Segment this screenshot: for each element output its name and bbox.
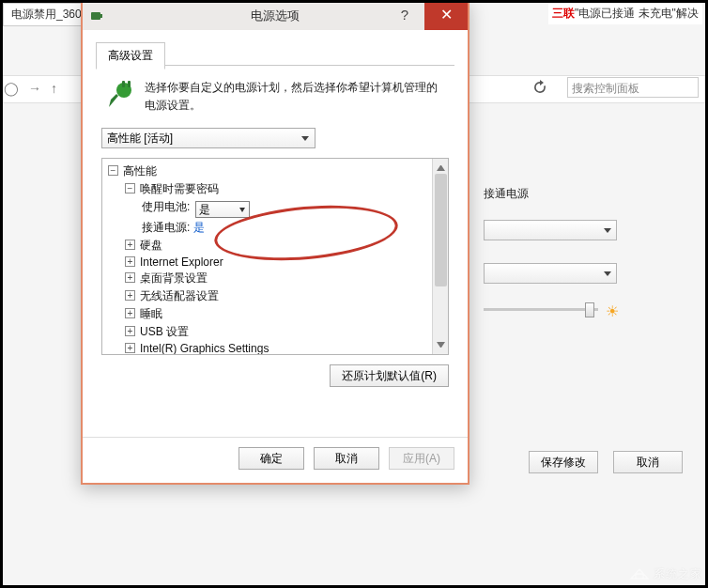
sun-icon: ☀ [606, 302, 619, 320]
plugged-value-link[interactable]: 是 [193, 221, 205, 234]
tree-label: 睡眠 [140, 307, 162, 320]
refresh-icon[interactable] [531, 79, 548, 96]
watermark-text: 系统之家 [654, 567, 702, 580]
tree-item-wake-password[interactable]: −唤醒时需要密码 [104, 180, 430, 198]
scroll-up-icon[interactable] [437, 162, 445, 171]
nav-buttons: ◯ → ↑ [4, 81, 57, 96]
collapse-icon[interactable]: − [108, 165, 118, 176]
settings-tree: −高性能 −唤醒时需要密码 使用电池: 是 接通电源: 是 +硬盘 +Inter… [101, 158, 449, 355]
watermark-logo-icon [629, 564, 650, 580]
expand-icon[interactable]: + [125, 326, 135, 336]
expand-icon[interactable]: + [125, 240, 135, 250]
plan-select[interactable]: 高性能 [活动] [101, 128, 449, 148]
description-row: 选择你要自定义的电源计划，然后选择你希望计算机管理的电源设置。 [103, 79, 447, 115]
bg-dropdown-2[interactable] [484, 263, 617, 284]
bg-save-button[interactable]: 保存修改 [529, 451, 598, 473]
dialog-separator [83, 437, 468, 438]
tree-item-graphics[interactable]: +Intel(R) Graphics Settings [104, 341, 430, 354]
back-icon[interactable]: ◯ [4, 81, 19, 96]
tree-scrollbar[interactable] [432, 159, 448, 354]
dialog-body: 高级设置 选择你要自定义的电源计划，然后选择你希望计算机管理的电源设置。 高性能… [83, 30, 468, 400]
bg-cancel-button[interactable]: 取消 [613, 451, 683, 473]
watermark: 系统之家 [629, 564, 702, 582]
tree-item-on-battery[interactable]: 使用电池: 是 [104, 198, 430, 219]
expand-icon[interactable]: + [125, 308, 135, 318]
tab-advanced[interactable]: 高级设置 [96, 42, 165, 70]
bg-plugged-label: 接通电源 [484, 186, 529, 202]
scrollbar-thumb[interactable] [435, 174, 447, 286]
tree-item-hdd[interactable]: +硬盘 [104, 237, 430, 255]
tree-label: USB 设置 [140, 325, 189, 338]
power-plan-icon [103, 79, 137, 113]
description-text: 选择你要自定义的电源计划，然后选择你希望计算机管理的电源设置。 [145, 79, 447, 115]
tree-item-desktop-bg[interactable]: +桌面背景设置 [104, 270, 430, 287]
restore-defaults-button[interactable]: 还原计划默认值(R) [330, 364, 449, 387]
tree-item-sleep[interactable]: +睡眠 [104, 305, 430, 323]
power-options-dialog: 电源选项 ? ✕ 高级设置 选择你要自定义的电源计划，然后选择你希望计算机管理的… [81, 0, 469, 485]
battery-value-combo[interactable]: 是 [195, 201, 250, 218]
tree-label: 无线适配器设置 [140, 289, 219, 302]
browser-tab-1[interactable]: 电源禁用_360 [3, 3, 90, 26]
restore-row: 还原计划默认值(R) [101, 364, 449, 387]
cancel-button[interactable]: 取消 [314, 447, 379, 470]
search-placeholder: 搜索控制面板 [572, 82, 639, 95]
expand-icon[interactable]: + [125, 343, 135, 353]
tabstrip: 高级设置 [96, 41, 454, 66]
expand-icon[interactable]: + [125, 272, 135, 283]
tree-viewport: −高性能 −唤醒时需要密码 使用电池: 是 接通电源: 是 +硬盘 +Inter… [102, 159, 432, 354]
tree-item-ie[interactable]: +Internet Explorer [104, 255, 430, 270]
search-input[interactable]: 搜索控制面板 [567, 77, 699, 98]
ok-button[interactable]: 确定 [239, 447, 304, 470]
tab-prefix: 三联 [552, 7, 575, 20]
expand-icon[interactable]: + [125, 290, 135, 301]
help-button[interactable]: ? [389, 2, 421, 30]
close-button[interactable]: ✕ [424, 2, 468, 30]
svg-rect-4 [122, 81, 125, 87]
slider-track [484, 308, 598, 311]
up-icon[interactable]: ↑ [51, 81, 57, 96]
slider-thumb[interactable] [585, 302, 594, 317]
scroll-down-icon[interactable] [437, 342, 445, 350]
titlebar: 电源选项 ? ✕ [83, 2, 468, 30]
combo-value: 是 [196, 203, 210, 216]
tree-label: 高性能 [123, 164, 157, 178]
tree-item-root[interactable]: −高性能 [104, 162, 430, 180]
forward-icon[interactable]: → [28, 81, 41, 96]
collapse-icon[interactable]: − [125, 183, 135, 193]
tree-label: 唤醒时需要密码 [140, 182, 219, 195]
expand-icon[interactable]: + [125, 256, 135, 267]
tree-label: 使用电池: [142, 200, 190, 213]
apply-button[interactable]: 应用(A) [389, 447, 454, 470]
tree-label: 接通电源: [142, 221, 190, 234]
tree-item-usb[interactable]: +USB 设置 [104, 323, 430, 341]
tree-label: Internet Explorer [140, 255, 223, 269]
browser-tab-3[interactable]: 三联"电源已接通 未充电"解决 [548, 3, 702, 24]
tree-label: 硬盘 [140, 239, 162, 252]
tree-item-wifi[interactable]: +无线适配器设置 [104, 287, 430, 305]
tree-item-plugged-in[interactable]: 接通电源: 是 [104, 219, 430, 237]
dialog-footer: 确定 取消 应用(A) [239, 447, 454, 470]
tree-label: Intel(R) Graphics Settings [140, 342, 269, 354]
tree-label: 桌面背景设置 [140, 271, 208, 285]
tab-label: "电源已接通 未充电"解决 [575, 7, 699, 20]
svg-rect-3 [128, 81, 131, 87]
bg-dropdown-1[interactable] [484, 220, 617, 240]
brightness-slider[interactable]: ☀ [484, 299, 623, 321]
plan-select-value: 高性能 [活动] [107, 132, 173, 145]
tab-label: 电源禁用_360 [11, 8, 82, 21]
